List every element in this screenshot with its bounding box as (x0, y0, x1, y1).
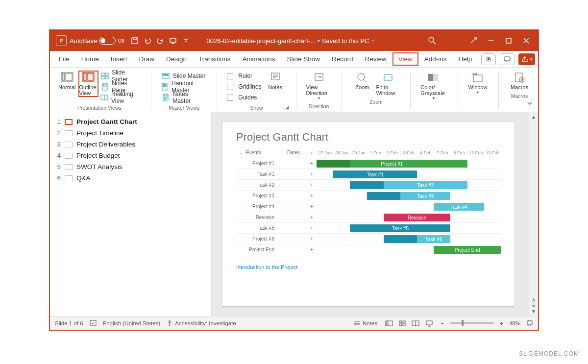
add-row-icon[interactable]: + (307, 204, 317, 209)
reading-mode-icon[interactable] (410, 319, 421, 328)
tab-slideshow[interactable]: Slide Show (281, 52, 326, 66)
outline-item[interactable]: 6Q&A (53, 172, 208, 184)
save-button[interactable] (128, 34, 141, 47)
language-status[interactable]: English (United States) (103, 320, 161, 326)
gantt-bar[interactable] (350, 181, 383, 189)
notes-button[interactable]: Notes (264, 71, 287, 91)
reading-view-button[interactable]: Reading View (99, 92, 142, 103)
undo-button[interactable] (141, 34, 154, 47)
add-row-icon[interactable]: + (307, 236, 317, 242)
tab-insert[interactable]: Insert (105, 52, 133, 66)
powerpoint-icon: P (56, 35, 67, 46)
tab-animations[interactable]: Animations (237, 52, 281, 66)
outline-pane[interactable]: 1Project Gantt Chart2Project Timeline3Pr… (50, 112, 212, 316)
outline-view-button[interactable]: Outline View (78, 71, 99, 97)
toggle-switch[interactable] (99, 37, 116, 45)
camera-button[interactable] (481, 53, 496, 65)
dates-header: Dates (280, 150, 307, 155)
accessibility-status[interactable]: Accessibility: Investigate (166, 320, 236, 327)
scroll-prev-icon[interactable]: ≜ (532, 298, 536, 303)
zoom-level[interactable]: 48% (509, 320, 520, 326)
slide-canvas[interactable]: Project Gantt Chart ⌄ Events Dates › 27 … (222, 122, 514, 306)
autosave-toggle[interactable]: AutoSave Off (70, 37, 124, 45)
gantt-bar[interactable]: Task #2 (384, 181, 467, 189)
tab-addins[interactable]: Add-ins (418, 52, 453, 66)
slideshow-mode-icon[interactable] (424, 319, 435, 328)
maximize-button[interactable] (500, 32, 517, 49)
view-direction-button[interactable]: View Direction▾ (305, 71, 333, 101)
gantt-bar[interactable] (367, 192, 400, 200)
outline-item[interactable]: 4Project Budget (53, 150, 208, 161)
sorter-mode-icon[interactable] (397, 319, 408, 328)
date-cell: 12 Feb (467, 150, 484, 155)
scroll-up-icon[interactable]: ▲ (531, 114, 536, 120)
add-column-icon[interactable]: › (307, 150, 317, 155)
zoom-button[interactable]: Zoom (350, 71, 374, 91)
notes-master-button[interactable]: Notes Master (160, 92, 208, 103)
share-button[interactable]: ▾ (518, 53, 535, 65)
save-status[interactable]: •Saved to this PC (318, 37, 376, 45)
close-button[interactable] (517, 32, 535, 49)
zoom-slider[interactable] (450, 322, 494, 324)
add-row-icon[interactable]: + (307, 247, 317, 252)
slide-counter[interactable]: Slide 1 of 6 (55, 320, 83, 326)
comments-button[interactable] (500, 53, 514, 65)
svg-rect-4 (506, 38, 511, 43)
color-grayscale-button[interactable]: Color/ Grayscale▾ (419, 71, 448, 101)
gantt-bar[interactable]: Task #3 (400, 192, 451, 200)
coming-soon-icon[interactable] (465, 32, 482, 49)
scroll-down-icon[interactable]: ▼ (531, 309, 536, 314)
gantt-bar[interactable] (384, 235, 417, 243)
gantt-bar[interactable]: Project End (434, 246, 501, 254)
gantt-bar[interactable]: Task #5 (350, 224, 450, 232)
tab-record[interactable]: Record (326, 52, 359, 66)
add-row-icon[interactable]: + (307, 215, 317, 220)
ruler-toggle[interactable]: Ruler (226, 71, 262, 81)
ribbon-collapse[interactable] (526, 100, 533, 109)
fit-window-button[interactable]: Fit to Window (375, 71, 401, 97)
tab-draw[interactable]: Draw (133, 52, 161, 66)
spellcheck-icon[interactable] (89, 319, 97, 327)
add-row-icon[interactable]: + (307, 193, 317, 198)
date-cell: 1 Feb (367, 150, 384, 155)
titlebar: P AutoSave Off 0026-02-editable-project-… (50, 30, 538, 51)
tab-transitions[interactable]: Transitions (193, 52, 237, 66)
add-row-icon[interactable]: + (307, 161, 317, 166)
gantt-bar[interactable]: Task #1 (333, 170, 417, 178)
qat-overflow[interactable] (179, 34, 192, 47)
minimize-button[interactable] (482, 32, 500, 49)
notes-toggle[interactable]: Notes (353, 320, 377, 326)
present-button[interactable] (167, 34, 179, 47)
fit-slide-icon[interactable] (526, 319, 533, 327)
outline-item[interactable]: 1Project Gantt Chart (53, 116, 208, 127)
zoom-in-button[interactable]: + (500, 320, 503, 326)
guides-toggle[interactable]: Guides (226, 92, 262, 103)
show-dialog-launcher[interactable]: ◢ (285, 104, 289, 110)
outline-item[interactable]: 2Project Timeline (53, 127, 208, 139)
gantt-bar[interactable]: Task #4 (434, 203, 484, 211)
tab-home[interactable]: Home (75, 52, 105, 66)
normal-view-button[interactable]: Normal (57, 71, 77, 91)
tab-review[interactable]: Review (359, 52, 392, 66)
tab-design[interactable]: Design (160, 52, 193, 66)
gantt-bar[interactable]: Task #6 (417, 235, 450, 243)
redo-button[interactable] (154, 34, 167, 47)
gantt-bar[interactable]: Revision (384, 214, 451, 221)
search-button[interactable] (423, 32, 441, 49)
tab-file[interactable]: File (53, 52, 75, 66)
tab-view[interactable]: View (392, 52, 418, 66)
outline-item[interactable]: 5SWOT Analysis (53, 161, 208, 172)
normal-mode-icon[interactable] (384, 319, 394, 328)
macros-button[interactable]: Macros (508, 71, 531, 91)
outline-item[interactable]: 3Project Deliverables (53, 139, 208, 150)
add-row-icon[interactable]: + (307, 225, 317, 231)
vertical-scrollbar[interactable]: ▲ ≜ ≟ ▼ (529, 112, 538, 316)
gridlines-toggle[interactable]: Gridlines (226, 81, 262, 92)
zoom-out-button[interactable]: − (441, 320, 444, 326)
expand-icon[interactable]: ⌄ (236, 150, 246, 155)
window-button[interactable]: Window▾ (466, 71, 490, 96)
add-row-icon[interactable]: + (307, 171, 317, 177)
scroll-next-icon[interactable]: ≟ (532, 303, 536, 309)
tab-help[interactable]: Help (453, 52, 478, 66)
add-row-icon[interactable]: + (307, 182, 317, 188)
